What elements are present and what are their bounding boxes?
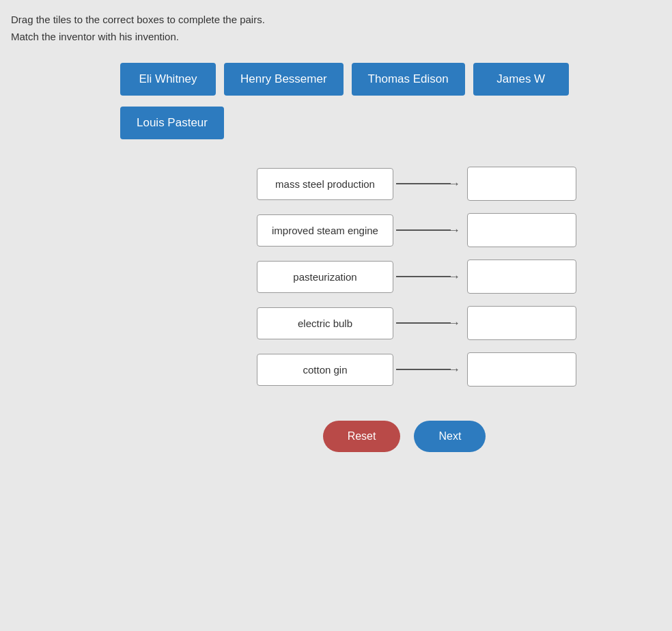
inventor-tile-james-w[interactable]: James W	[473, 63, 569, 96]
inventor-tile-eli-whitney[interactable]: Eli Whitney	[120, 63, 216, 96]
reset-button[interactable]: Reset	[323, 421, 401, 452]
inventor-tile-louis-pasteur[interactable]: Louis Pasteur	[120, 107, 224, 139]
next-button[interactable]: Next	[414, 421, 486, 452]
match-row-cotton-gin: cotton gin	[257, 352, 647, 387]
matching-section: mass steel production improved steam eng…	[11, 167, 661, 387]
arrow-steam-engine	[396, 223, 464, 238]
inventor-tile-thomas-edison[interactable]: Thomas Edison	[352, 63, 465, 96]
buttons-row: Reset Next	[11, 421, 661, 452]
inventor-tile-henry-bessemer[interactable]: Henry Bessemer	[224, 63, 344, 96]
match-row-electric-bulb: electric bulb	[257, 306, 647, 340]
match-row-mass-steel: mass steel production	[257, 167, 647, 201]
match-row-pasteurization: pasteurization	[257, 260, 647, 294]
arrow-pasteurization	[396, 270, 464, 284]
answer-box-pasteurization[interactable]	[467, 260, 576, 294]
invention-mass-steel: mass steel production	[257, 168, 393, 200]
instruction-drag: Drag the tiles to the correct boxes to c…	[11, 14, 661, 25]
inventors-row2: Louis Pasteur	[11, 107, 661, 139]
invention-steam-engine: improved steam engine	[257, 214, 393, 247]
arrow-mass-steel	[396, 177, 464, 191]
invention-electric-bulb: electric bulb	[257, 307, 393, 339]
invention-pasteurization: pasteurization	[257, 261, 393, 293]
arrow-electric-bulb	[396, 316, 464, 331]
instruction-match: Match the inventor with his invention.	[11, 31, 661, 42]
answer-box-cotton-gin[interactable]	[467, 352, 576, 387]
invention-cotton-gin: cotton gin	[257, 354, 393, 386]
match-row-steam-engine: improved steam engine	[257, 213, 647, 247]
inventors-row1: Eli Whitney Henry Bessemer Thomas Edison…	[11, 63, 661, 96]
answer-box-steam-engine[interactable]	[467, 213, 576, 247]
answer-box-mass-steel[interactable]	[467, 167, 576, 201]
answer-box-electric-bulb[interactable]	[467, 306, 576, 340]
arrow-cotton-gin	[396, 363, 464, 377]
page-container: Drag the tiles to the correct boxes to c…	[0, 0, 672, 631]
